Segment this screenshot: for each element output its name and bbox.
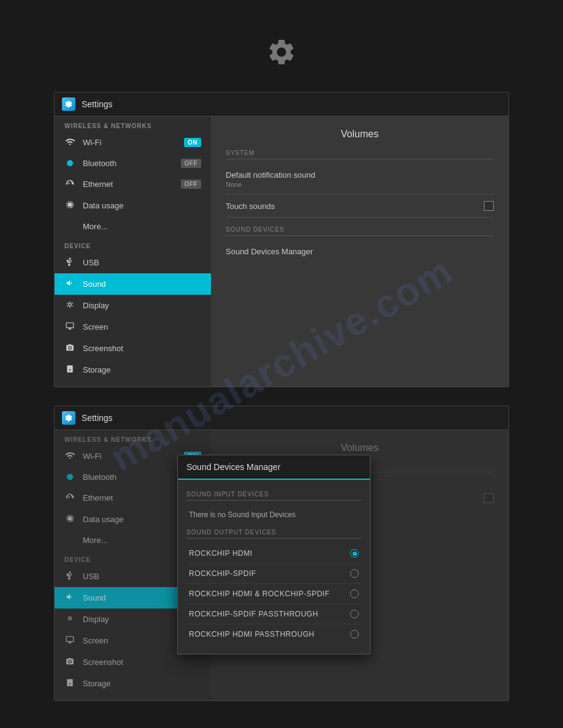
sound-label-1: Sound [83,279,201,289]
dialog-row-rockchip-spdif[interactable]: ROCKCHIP-SPDIF [186,564,361,584]
wifi-toggle-1[interactable]: ON [184,138,201,147]
sound-icon-2 [64,593,75,603]
dialog-divider-1 [186,500,361,501]
rockchip-spdif-label: ROCKCHIP-SPDIF [189,569,256,578]
sidebar-section-wireless-2: WIRELESS & NETWORKS [55,430,211,446]
sidebar-item-usb-1[interactable]: USB [55,252,211,273]
dialog-title: Sound Devices Manager [186,462,280,472]
sidebar-item-screenshot-1[interactable]: Screenshot [55,338,211,359]
screen-label-1: Screen [83,322,201,332]
volumes-title-2: Volumes [226,442,494,453]
wifi-icon-1 [64,137,75,148]
wifi-icon-2 [64,451,75,461]
spdif-passthrough-radio[interactable] [350,610,359,618]
rockchip-hdmi-spdif-radio[interactable] [350,590,359,598]
dialog-divider-2 [186,538,361,539]
rockchip-hdmi-label: ROCKCHIP HDMI [189,549,253,558]
sound-devices-manager-label: Sound Devices Manager [226,247,313,256]
sidebar-section-wireless-1: WIRELESS & NETWORKS [55,116,211,132]
touch-sounds-label: Touch sounds [226,202,275,211]
sidebar-section-device-1: DEVICE [55,237,211,252]
data-usage-icon-1 [64,200,75,211]
wifi-label-2: Wi-Fi [83,452,177,461]
dialog-row-rockchip-hdmi-spdif[interactable]: ROCKCHIP HDMI & ROCKCHIP-SPDIF [186,584,361,604]
storage-icon-1 [64,365,75,375]
radio-dot-selected [353,552,357,556]
sound-devices-divider [226,235,494,236]
screen-icon-1 [64,322,75,332]
sidebar-item-ethernet-1[interactable]: Ethernet OFF [55,173,211,195]
storage-icon-2 [64,678,75,689]
sidebar-item-wifi-1[interactable]: Wi-Fi ON [55,132,211,153]
main-content-1: Volumes SYSTEM Default notification soun… [211,116,508,387]
gear-area [0,0,563,92]
display-icon-2 [64,614,75,624]
settings-window-2: Settings WIRELESS & NETWORKS Wi-Fi ON ⭓ … [54,406,509,701]
more-label-1: More... [83,222,201,231]
default-notification-row[interactable]: Default notification sound None [226,164,494,195]
bluetooth-icon-1: ⭓ [64,159,75,168]
rockchip-spdif-radio[interactable] [350,569,359,578]
usb-icon-2 [64,571,75,582]
data-usage-icon-2 [64,514,75,525]
rockchip-hdmi-spdif-label: ROCKCHIP HDMI & ROCKCHIP-SPDIF [189,590,329,598]
volumes-title: Volumes [226,129,494,140]
titlebar-1: Settings [55,93,508,116]
titlebar-icon-1 [62,97,75,111]
usb-label-1: USB [83,258,201,267]
settings-body-2: WIRELESS & NETWORKS Wi-Fi ON ⭓ Bluetooth [55,430,508,700]
sidebar-item-storage-1[interactable]: Storage [55,359,211,381]
data-usage-label-1: Data usage [83,201,201,210]
sound-output-label: SOUND OUTPUT DEVICES [186,529,361,536]
ethernet-toggle-1[interactable]: OFF [181,180,202,189]
hdmi-passthrough-label: ROCKCHIP HDMI PASSTHROUGH [189,630,315,639]
screenshot-icon-1 [64,343,75,354]
hdmi-passthrough-radio[interactable] [350,630,359,639]
sidebar-item-screenshot-2[interactable]: Screenshot [55,651,211,673]
sidebar-item-display-1[interactable]: Display [55,295,211,316]
sidebar-item-sound-1[interactable]: Sound [55,273,211,295]
sidebar-item-bluetooth-1[interactable]: ⭓ Bluetooth OFF [55,153,211,173]
wifi-label-1: Wi-Fi [83,138,177,147]
ethernet-icon-1 [64,179,75,189]
settings-window-1: Settings WIRELESS & NETWORKS Wi-Fi ON ⭓ … [54,92,509,387]
sound-icon-1 [64,279,75,289]
sound-devices-manager-dialog: Sound Devices Manager SOUND INPUT DEVICE… [177,455,370,654]
titlebar-2: Settings [55,406,508,430]
screen-icon-2 [64,635,75,646]
sound-devices-manager-row[interactable]: Sound Devices Manager [226,241,494,262]
rockchip-hdmi-radio[interactable] [350,549,359,558]
bluetooth-toggle-1[interactable]: OFF [181,159,202,168]
default-notification-label: Default notification sound [226,170,315,180]
touch-sounds-row[interactable]: Touch sounds [226,195,494,218]
default-notification-sublabel: None [226,181,315,188]
dialog-row-rockchip-hdmi[interactable]: ROCKCHIP HDMI [186,544,361,564]
dialog-titlebar: Sound Devices Manager [178,455,370,480]
screenshot-label-2: Screenshot [83,658,201,667]
spdif-passthrough-label: ROCKCHIP-SPDIF PASSTHROUGH [189,610,318,618]
ethernet-label-2: Ethernet [83,493,190,502]
sidebar-item-more-1[interactable]: More... [55,216,211,237]
ethernet-icon-2 [64,493,75,503]
ethernet-label-1: Ethernet [83,180,174,189]
sound-devices-section-label: SOUND DEVICES [226,226,494,233]
sidebar-item-screen-1[interactable]: Screen [55,316,211,338]
dialog-row-spdif-passthrough[interactable]: ROCKCHIP-SPDIF PASSTHROUGH [186,604,361,624]
display-label-1: Display [83,301,201,310]
sidebar-item-data-usage-1[interactable]: Data usage [55,195,211,216]
usb-icon-1 [64,257,75,268]
titlebar-icon-2 [62,411,75,425]
dialog-body: SOUND INPUT DEVICES There is no Sound In… [178,480,370,654]
sound-input-label: SOUND INPUT DEVICES [186,491,361,498]
bluetooth-icon-2: ⭓ [64,472,75,482]
no-input-devices-text: There is no Sound Input Devices [186,506,361,524]
touch-sounds-checkbox[interactable] [484,201,494,211]
settings-body-1: WIRELESS & NETWORKS Wi-Fi ON ⭓ Bluetooth… [55,116,508,387]
titlebar-label-1: Settings [82,99,113,109]
sidebar-item-storage-2[interactable]: Storage [55,673,211,694]
sidebar-1: WIRELESS & NETWORKS Wi-Fi ON ⭓ Bluetooth… [55,116,211,387]
storage-label-2: Storage [83,679,201,688]
screenshot-icon-2 [64,657,75,667]
dialog-row-hdmi-passthrough[interactable]: ROCKCHIP HDMI PASSTHROUGH [186,624,361,644]
display-icon-1 [64,300,75,311]
